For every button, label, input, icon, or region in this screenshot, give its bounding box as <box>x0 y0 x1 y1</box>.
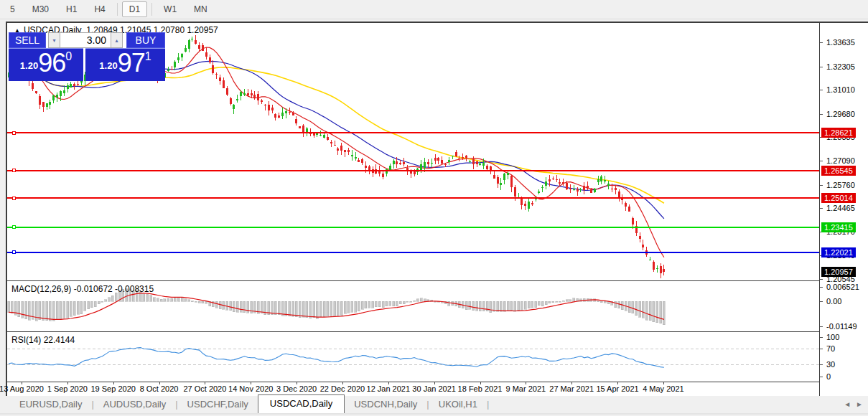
level-line-handle[interactable] <box>12 250 16 254</box>
macd-histogram-bar <box>88 301 90 309</box>
macd-histogram-bar <box>319 301 322 317</box>
macd-histogram-bar <box>167 298 169 301</box>
macd-histogram-bar <box>278 301 280 315</box>
horizontal-level-line[interactable] <box>7 170 819 171</box>
volume-input[interactable]: 3.00 <box>60 32 111 48</box>
date-axis[interactable]: 13 Aug 20201 Sep 202019 Sep 20208 Oct 20… <box>7 382 819 397</box>
candle-body <box>271 108 274 110</box>
candle-body <box>236 99 238 100</box>
candle-body <box>531 203 533 204</box>
price-scale[interactable]: 1.336351.323051.310101.296801.283851.270… <box>820 23 868 397</box>
panel-separator[interactable] <box>7 280 819 281</box>
level-line-handle[interactable] <box>12 225 16 229</box>
macd-histogram-bar <box>414 301 416 301</box>
candle-body <box>323 135 325 138</box>
sell-button[interactable]: SELL <box>9 32 46 48</box>
timeframe-button-h4[interactable]: H4 <box>87 1 112 17</box>
panel-separator[interactable] <box>7 331 819 332</box>
candle-body <box>226 88 228 95</box>
sell-price-display: 1.20960 <box>9 48 83 78</box>
macd-histogram-bar <box>8 301 10 312</box>
candle-body <box>319 135 322 136</box>
macd-histogram-bar <box>295 301 297 317</box>
macd-histogram-bar <box>313 301 315 318</box>
rsi-panel-canvas[interactable] <box>7 333 819 382</box>
price-tick-mark <box>820 90 823 90</box>
candle-body <box>188 40 190 49</box>
macd-histogram-bar <box>389 301 391 306</box>
level-line-handle[interactable] <box>12 131 16 135</box>
buy-quote-panel[interactable]: 1.20971 <box>85 48 165 81</box>
timeframe-button-mn[interactable]: MN <box>187 1 215 17</box>
macd-histogram-bar <box>247 301 249 313</box>
candle-body <box>334 145 336 146</box>
tab-scroll-left-icon[interactable]: ◄ <box>844 400 856 413</box>
macd-histogram-bar <box>448 301 450 306</box>
volume-decrease-button[interactable]: ▾ <box>48 32 60 48</box>
chart-tab-bar: EURUSD,Daily|AUDUSD,Daily|USDCHF,DailyUS… <box>0 396 868 415</box>
macd-histogram-bar <box>105 300 107 301</box>
candle-body <box>611 189 613 189</box>
macd-histogram-bar <box>90 301 93 308</box>
macd-histogram-bar <box>67 301 69 318</box>
horizontal-level-line[interactable] <box>7 197 819 199</box>
macd-histogram-bar <box>645 301 648 320</box>
macd-histogram-bar <box>174 298 176 301</box>
horizontal-level-line[interactable] <box>7 132 819 133</box>
macd-histogram-bar <box>393 301 395 306</box>
chart-tab-eurusd[interactable]: EURUSD,Daily <box>10 396 91 413</box>
chart-tab-ukoil[interactable]: UKOil,H1 <box>429 396 487 413</box>
candle-body <box>399 163 401 164</box>
level-line-handle[interactable] <box>12 197 16 200</box>
candle-body <box>67 85 69 89</box>
chart-tab-audusd[interactable]: AUDUSD,Daily <box>94 396 175 413</box>
buy-price-display: 1.20971 <box>85 48 165 78</box>
macd-histogram-bar <box>476 301 478 311</box>
timeframe-button-w1[interactable]: W1 <box>157 1 184 17</box>
macd-histogram-bar <box>365 301 367 308</box>
level-line-handle[interactable] <box>12 169 16 172</box>
macd-tick-mark <box>820 326 823 327</box>
chart-tab-usdcnh[interactable]: USDCNH,Daily <box>345 396 426 413</box>
candle-body <box>465 156 467 158</box>
buy-price-prefix: 1.20 <box>99 60 117 71</box>
candle-body <box>230 98 232 104</box>
horizontal-level-line[interactable] <box>7 252 819 253</box>
macd-histogram-bar <box>39 301 41 320</box>
volume-increase-button[interactable]: ▴ <box>111 32 123 48</box>
candle-body <box>278 115 280 118</box>
rsi-indicator-label: RSI(14) 22.4144 <box>11 335 75 345</box>
candle-body <box>77 84 79 85</box>
candle-body <box>344 150 346 152</box>
macd-histogram-bar <box>101 301 103 302</box>
buy-button[interactable]: BUY <box>126 32 165 48</box>
rsi-tick-mark <box>820 364 823 365</box>
candle-body <box>171 69 173 70</box>
macd-histogram-bar <box>406 301 409 302</box>
timeframe-button-d1[interactable]: D1 <box>122 1 147 17</box>
macd-histogram-bar <box>70 301 72 316</box>
macd-histogram-bar <box>642 301 644 318</box>
macd-histogram-bar <box>358 301 360 311</box>
chart-tab-usdchf[interactable]: USDCHF,Daily <box>178 396 258 413</box>
sell-quote-panel[interactable]: 1.20960 <box>9 48 83 81</box>
macd-histogram-bar <box>143 294 145 301</box>
macd-histogram-bar <box>63 301 65 318</box>
date-tick-label: 27 Mar 2021 <box>549 384 594 393</box>
candle-body <box>642 245 644 247</box>
horizontal-level-line[interactable] <box>7 227 819 228</box>
timeframe-button-m30[interactable]: M30 <box>25 1 56 17</box>
macd-histogram-bar <box>663 301 665 325</box>
macd-histogram-bar <box>52 301 55 321</box>
timeframe-button-5[interactable]: 5 <box>3 1 22 17</box>
timeframe-button-h1[interactable]: H1 <box>59 1 84 17</box>
candle-body <box>240 92 242 96</box>
macd-histogram-bar <box>240 301 242 312</box>
buy-price-pip: 1 <box>145 50 151 62</box>
chart-tab-usdcad[interactable]: USDCAD,Daily <box>258 394 345 413</box>
candle-body <box>663 269 665 272</box>
candle-body <box>347 150 350 152</box>
candle-body <box>195 40 197 44</box>
candle-body <box>73 84 75 86</box>
tab-scroll-right-icon[interactable]: ► <box>856 400 868 413</box>
